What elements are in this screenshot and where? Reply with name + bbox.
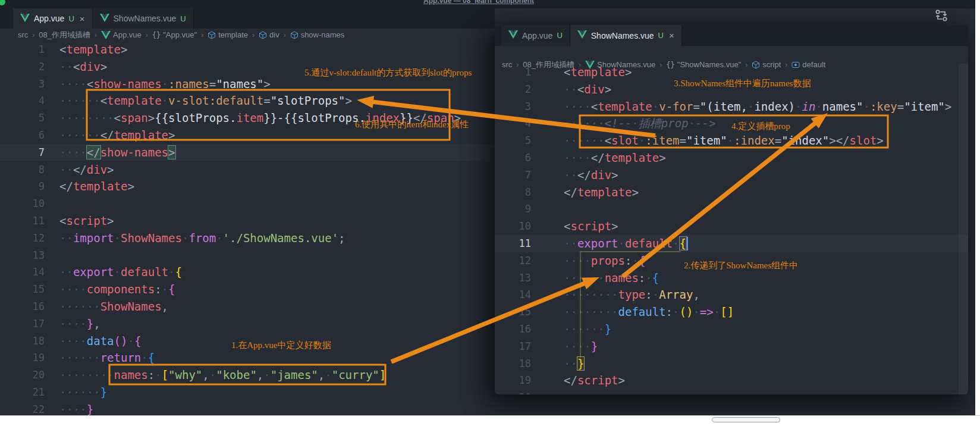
code-line[interactable]: 9 — [495, 201, 968, 218]
code-line[interactable]: 16······ShowNames, — [0, 298, 495, 315]
code-token: > — [107, 163, 114, 176]
line-number: 19 — [495, 372, 531, 389]
code-token: div — [80, 60, 100, 73]
code-text: </template> — [59, 178, 134, 195]
code-text: ····<template·v-for="(item,·index)·in·na… — [564, 98, 951, 115]
code-line[interactable]: 12··import·ShowNames·from·'./ShowNames.v… — [0, 230, 495, 247]
line-number: 10 — [0, 195, 45, 212]
line-number: 13 — [495, 270, 531, 287]
note-1: 1.在App.vue中定义好数据 — [231, 340, 331, 351]
tab-close-icon[interactable]: × — [669, 30, 674, 40]
code-line[interactable]: 18··} — [495, 355, 968, 372]
breadcrumb-item[interactable]: {}"App.vue" — [152, 30, 197, 39]
vue-icon — [577, 30, 587, 40]
code-line[interactable]: 20········names:·["why",·"kobe",·"james"… — [0, 367, 495, 384]
whitespace-dots: · — [693, 305, 699, 318]
breadcrumb-item[interactable]: show-names — [290, 30, 345, 39]
breadcrumb-item[interactable]: template — [208, 30, 248, 39]
cube-icon — [259, 31, 267, 39]
code-line[interactable]: 20 — [495, 389, 968, 394]
tab-shownames-vue[interactable]: ShowNames.vueU — [93, 8, 194, 29]
code-line[interactable]: 13 — [0, 247, 495, 264]
code-line[interactable]: 10<script> — [495, 218, 968, 235]
whitespace-dots: ······ — [59, 300, 100, 313]
whitespace-dots: · — [127, 334, 134, 347]
code-line[interactable]: 19······return·{ — [0, 349, 495, 367]
code-line[interactable]: 7····</show-names> — [0, 144, 495, 161]
code-line[interactable]: 17····} — [495, 338, 968, 355]
code-line[interactable]: 16······} — [495, 321, 968, 338]
code-text: ······ShowNames, — [59, 298, 168, 315]
code-text: </script> — [564, 372, 625, 389]
whitespace-dots: ···· — [564, 340, 591, 353]
code-token: }}-{{slotProps. — [263, 111, 366, 124]
whitespace-dots: ······ — [564, 271, 605, 284]
line-number: 17 — [0, 315, 45, 333]
code-line[interactable]: 15····components:·{ — [0, 281, 495, 298]
whitespace-dots: · — [689, 117, 695, 130]
breadcrumb-item[interactable]: div — [259, 30, 279, 39]
tab-shownames-vue[interactable]: ShowNames.vueU× — [570, 25, 682, 46]
code-line[interactable]: 14··export·default·{ — [0, 264, 495, 281]
code-token: , — [257, 368, 263, 381]
code-text: ········names:·["why",·"kobe",·"james",·… — [59, 367, 386, 384]
line-number: 3 — [495, 98, 531, 115]
code-line[interactable]: 6····</template> — [495, 149, 968, 167]
code-line[interactable]: 22····} — [0, 401, 495, 415]
code-line[interactable]: 21······} — [0, 384, 495, 401]
code-text: ··<div> — [59, 58, 107, 76]
chevron-right-icon: › — [32, 31, 34, 39]
code-token: < — [87, 77, 93, 90]
code-text: ······return·{ — [59, 349, 155, 367]
code-text: ····}, — [59, 315, 100, 333]
code-line[interactable]: 11··export·default·{ — [495, 235, 968, 252]
code-token: , — [162, 300, 168, 313]
code-token: slot — [611, 134, 639, 147]
code-token: [] — [720, 305, 734, 318]
whitespace-dots: · — [263, 368, 270, 381]
whitespace-dots: · — [673, 305, 679, 318]
left-code-area[interactable]: 1<template>2··<div>3····<show-names·:nam… — [0, 41, 495, 415]
breadcrumb-item[interactable]: src — [18, 30, 28, 39]
code-token: > — [168, 129, 175, 142]
code-line[interactable]: 8··</div> — [0, 161, 495, 178]
code-text: ········type:·Array, — [564, 286, 700, 303]
code-text: ······</template> — [59, 127, 175, 144]
code-line[interactable]: 13······names:·{ — [495, 270, 968, 287]
code-line[interactable]: 1<template> — [0, 41, 495, 58]
code-line[interactable]: 14········type:·Array, — [495, 286, 968, 303]
compare-changes-icon[interactable] — [934, 8, 949, 23]
code-line[interactable]: 3····<template·v-for="(item,·index)·in·n… — [495, 98, 968, 115]
code-line[interactable]: 9</template> — [0, 178, 495, 195]
breadcrumb-item[interactable]: App.vue — [101, 30, 142, 39]
code-line[interactable]: 5······<slot·:item="item"·:index="index"… — [495, 132, 968, 149]
tab-close-icon[interactable]: × — [80, 14, 85, 24]
code-line[interactable]: 7··</div> — [495, 167, 968, 184]
code-token: template — [73, 180, 128, 193]
code-token: './ShowNames.vue' — [223, 231, 338, 245]
whitespace-dots: ···· — [564, 100, 591, 113]
whitespace-dots: · — [155, 368, 161, 381]
right-code-area[interactable]: 1<template>2··<div>3····<template·v-for=… — [495, 64, 968, 394]
code-line[interactable]: 19</script> — [495, 372, 968, 389]
tab-app-vue[interactable]: App.vueU× — [13, 8, 93, 29]
breadcrumb-item[interactable]: 08_作用域插槽 — [39, 30, 90, 40]
code-token: < — [114, 111, 121, 124]
code-line[interactable]: 15········default:·()·=>·[] — [495, 303, 968, 321]
code-token: , — [93, 317, 100, 330]
right-scrollbar[interactable] — [959, 64, 968, 394]
code-line[interactable]: 4······<template·v-slot:default="slotPro… — [0, 92, 495, 109]
code-token: names — [114, 368, 148, 381]
code-token: default — [625, 237, 673, 250]
code-token: { — [639, 254, 645, 267]
code-line[interactable]: 17····}, — [0, 315, 495, 333]
code-line[interactable]: 11<script> — [0, 212, 495, 230]
bottom-scroll-pill[interactable] — [712, 417, 780, 422]
whitespace-dots: ·· — [59, 163, 73, 176]
code-line[interactable]: 10 — [0, 195, 495, 212]
tab-app-vue[interactable]: App.vueU — [501, 25, 570, 46]
code-line[interactable]: 8</template> — [495, 184, 968, 201]
code-token: item — [236, 111, 263, 124]
code-token: = — [897, 100, 904, 113]
whitespace-dots: · — [673, 237, 679, 250]
